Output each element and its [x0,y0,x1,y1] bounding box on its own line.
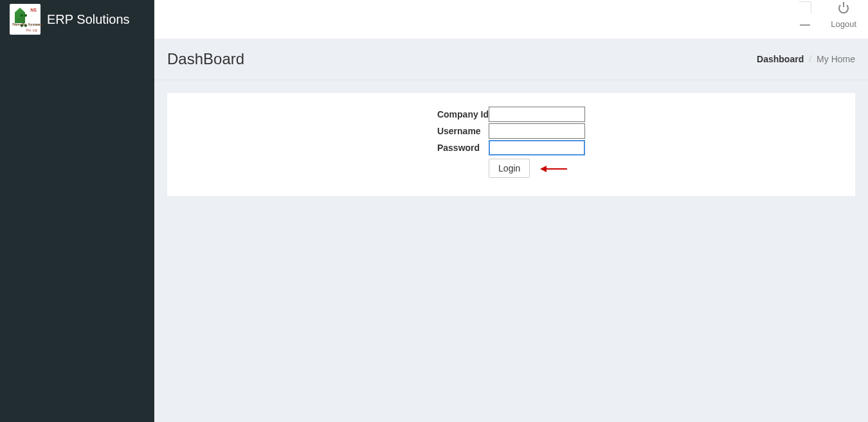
breadcrumb-root[interactable]: Dashboard [757,54,804,64]
username-row: Username [437,123,585,139]
sidebar: NS Novello Systems Pvt. Ltd. ERP Solutio… [0,0,154,422]
breadcrumb-current: My Home [817,54,855,64]
breadcrumb: Dashboard / My Home [757,54,855,64]
logout-label: Logout [831,19,856,29]
sidebar-header: NS Novello Systems Pvt. Ltd. ERP Solutio… [0,0,154,39]
login-form: Company Id Username Password Login [437,106,585,179]
content: Company Id Username Password Login [154,80,868,209]
user-icon [799,1,811,14]
page-header: DashBoard Dashboard / My Home [154,39,868,80]
password-label: Password [437,139,489,156]
username-input[interactable] [489,123,585,139]
company-id-input[interactable] [489,107,585,122]
breadcrumb-separator: / [809,54,811,64]
login-panel: Company Id Username Password Login [167,93,855,196]
app-logo: NS Novello Systems Pvt. Ltd. [10,4,41,35]
company-id-row: Company Id [437,106,585,123]
topbar-user-item[interactable] [799,0,811,26]
login-button[interactable]: Login [489,159,530,178]
username-label: Username [437,123,489,139]
topbar: Logout [154,0,868,39]
company-id-label: Company Id [437,106,489,123]
power-icon [838,3,849,14]
app-title: ERP Solutions [47,12,130,27]
page-title: DashBoard [167,50,244,68]
password-input[interactable] [489,140,585,155]
password-row: Password [437,139,585,156]
logout-button[interactable]: Logout [831,0,856,29]
main-area: Logout DashBoard Dashboard / My Home Com… [154,0,868,422]
arrow-annotation-icon [540,166,567,172]
login-button-row: Login [437,156,585,179]
